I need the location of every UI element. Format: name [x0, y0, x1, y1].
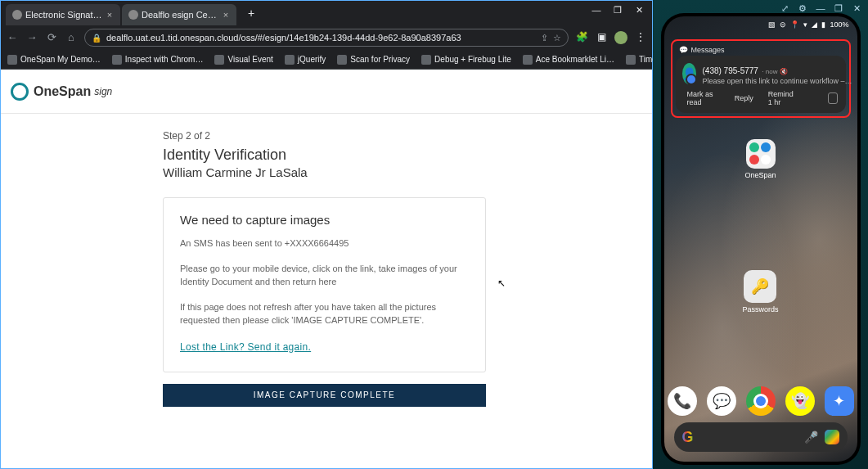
location-icon: 📍: [790, 20, 799, 29]
app-icon[interactable]: ✦: [825, 386, 854, 416]
em-close-icon[interactable]: ✕: [850, 3, 863, 16]
bookmark-icon: [285, 55, 295, 65]
bookmark-label: Visual Event: [227, 55, 272, 64]
extension-1-icon[interactable]: ▣: [595, 31, 608, 44]
notification-app-header: 💬 Messages: [676, 44, 846, 56]
onespan-folder[interactable]: [746, 139, 776, 169]
share-icon[interactable]: ⇪: [541, 33, 548, 43]
back-icon[interactable]: ←: [6, 31, 19, 44]
bookmark-icon: [112, 55, 122, 65]
card-title: We need to capture images: [180, 213, 469, 227]
home-icon[interactable]: ⌂: [65, 31, 78, 44]
bookmark-item[interactable]: jQuerify: [285, 55, 326, 65]
notification-row: 👤 (438) 795-5777 · now 🔇 Please open thi…: [682, 62, 838, 85]
bookmarks-bar: OneSpan My Demo… Inspect with Chrom… Vis…: [1, 50, 652, 70]
notification-body: Please open this link to continue workfl…: [703, 77, 852, 85]
resend-link[interactable]: Lost the Link? Send it again.: [180, 341, 311, 353]
bookmark-icon: [214, 55, 224, 65]
tab-1[interactable]: Electronic Signature, Cloud Aut ×: [6, 4, 120, 25]
card-text-sms: An SMS has been sent to +XXXX6664495: [180, 237, 469, 250]
bookmark-label: Scan for Privacy: [350, 55, 410, 64]
status-bar: ▧ ⊝ 📍 ▾ ◢ ▮ 100%: [664, 16, 857, 33]
dnd-icon: ⊝: [780, 20, 786, 29]
chrome-app-icon[interactable]: [746, 386, 776, 416]
home-widget-row: OneSpan: [664, 139, 857, 179]
messages-icon: 💬: [679, 46, 688, 54]
google-logo-icon: G: [682, 429, 694, 446]
page-header: OneSpan sign: [1, 70, 652, 114]
kebab-menu-icon[interactable]: ⋮: [634, 31, 647, 44]
extensions-icon[interactable]: 🧩: [575, 31, 588, 44]
bookmark-item[interactable]: Debug + Firebug Lite: [421, 55, 511, 65]
bookmark-item[interactable]: Visual Event: [214, 55, 272, 65]
bookmark-item[interactable]: Scan for Privacy: [337, 55, 410, 65]
toolbar-right: 🧩 ▣ ⋮: [575, 31, 647, 44]
signal-icon: ◢: [812, 20, 817, 29]
mark-as-read-button[interactable]: Mark as read: [687, 90, 720, 106]
lock-icon: 🔒: [92, 34, 101, 43]
capture-card: We need to capture images An SMS has bee…: [163, 197, 486, 372]
titlebar: Electronic Signature, Cloud Aut × Dealfl…: [1, 1, 652, 25]
bookmark-item[interactable]: Ace Bookmarklet Li…: [523, 55, 614, 65]
close-icon[interactable]: ×: [106, 11, 114, 19]
tab-label: Dealflo esign Ceremony: [142, 10, 218, 20]
star-icon[interactable]: ☆: [553, 33, 561, 43]
brand-logo: OneSpan sign: [11, 83, 112, 101]
page-viewport: OneSpan sign Step 2 of 2 Identity Verifi…: [1, 70, 652, 468]
screencast-icon: ▧: [768, 20, 776, 29]
card-text-refresh: If this page does not refresh after you …: [180, 300, 469, 327]
tab-2[interactable]: Dealflo esign Ceremony ×: [122, 4, 236, 25]
emulator-pane: ⤢ ⚙ — ❐ ✕ ▧ ⊝ 📍 ▾ ◢ ▮ 100% 💬 Messages: [653, 0, 868, 469]
bookmark-item[interactable]: Inspect with Chrom…: [112, 55, 204, 65]
mic-icon[interactable]: 🎤: [804, 431, 818, 444]
url-text: dealflo.uat.eu1.tid.onespan.cloud/oss/#/…: [106, 33, 536, 43]
notification-highlight: 💬 Messages 👤 (438) 795-5777 · now 🔇 Plea…: [671, 39, 851, 118]
step-indicator: Step 2 of 2: [163, 130, 652, 142]
bookmark-item[interactable]: OneSpan My Demo…: [7, 55, 101, 65]
notification-actions: Mark as read Reply Remind 1 hr: [682, 90, 838, 106]
home-widget-row-2: 🔑 Passwords: [664, 270, 857, 313]
bookmark-icon: [337, 55, 347, 65]
minimize-button[interactable]: —: [587, 1, 606, 19]
content: Step 2 of 2 Identity Verification Willia…: [163, 130, 652, 407]
bookmark-icon: [626, 55, 636, 65]
phone-app-icon[interactable]: 📞: [668, 386, 697, 416]
maximize-button[interactable]: ❐: [608, 1, 627, 19]
phone-frame: ▧ ⊝ 📍 ▾ ◢ ▮ 100% 💬 Messages 👤: [661, 13, 861, 465]
logo-mark-icon: [11, 83, 29, 101]
reload-icon[interactable]: ⟳: [45, 31, 58, 44]
snapchat-app-icon[interactable]: 👻: [785, 386, 815, 416]
notification-card[interactable]: 👤 (438) 795-5777 · now 🔇 Please open thi…: [676, 56, 846, 113]
sender-avatar-icon: 👤: [682, 63, 696, 84]
battery-text: 100%: [830, 20, 848, 29]
bookmark-label: Inspect with Chrom…: [125, 55, 204, 64]
bubble-icon[interactable]: [828, 92, 837, 104]
lens-icon[interactable]: [825, 430, 839, 444]
close-button[interactable]: ✕: [629, 1, 649, 19]
bookmark-label: Ace Bookmarklet Li…: [536, 55, 614, 64]
wifi-icon: ▾: [803, 20, 807, 29]
bookmark-label: OneSpan My Demo…: [20, 55, 101, 64]
profile-avatar[interactable]: [614, 31, 627, 44]
favicon: [128, 10, 138, 20]
reply-button[interactable]: Reply: [735, 94, 753, 102]
forward-icon[interactable]: →: [25, 31, 38, 44]
bookmark-icon: [523, 55, 533, 65]
person-name: William Carmine Jr LaSala: [163, 165, 652, 179]
messages-app-icon[interactable]: 💬: [707, 386, 736, 416]
favicon: [12, 10, 22, 20]
new-tab-button[interactable]: +: [243, 5, 259, 21]
messages-label: Messages: [691, 46, 725, 54]
google-search-bar[interactable]: G 🎤: [674, 422, 848, 452]
card-text-instructions: Please go to your mobile device, click o…: [180, 262, 469, 289]
bookmark-label: jQuerify: [298, 55, 326, 64]
address-bar[interactable]: 🔒 dealflo.uat.eu1.tid.onespan.cloud/oss/…: [84, 29, 569, 47]
passwords-shortcut[interactable]: 🔑: [744, 270, 776, 303]
window-controls: — ❐ ✕: [587, 1, 649, 19]
notification-sender: (438) 795-5777: [703, 66, 758, 75]
bookmark-label: Debug + Firebug Lite: [434, 55, 511, 64]
close-icon[interactable]: ×: [222, 11, 230, 19]
image-capture-complete-button[interactable]: IMAGE CAPTURE COMPLETE: [163, 384, 486, 407]
remind-button[interactable]: Remind 1 hr: [768, 90, 799, 106]
brand-text: OneSpan: [34, 84, 91, 99]
